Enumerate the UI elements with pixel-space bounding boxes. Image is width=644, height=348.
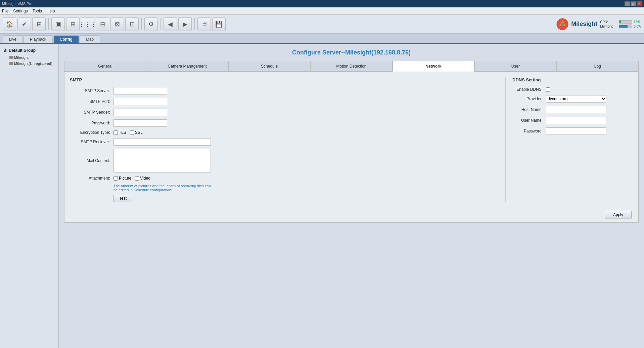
enable-ddns-label: Enable DDNS: — [512, 87, 546, 92]
tab-general[interactable]: General — [64, 61, 146, 71]
ssl-option: SSL — [130, 130, 143, 135]
password-row: Password: — [70, 119, 492, 127]
video-option: Video — [135, 176, 150, 181]
encryption-label: Encryption Type: — [70, 130, 113, 135]
mail-context-input[interactable] — [113, 149, 211, 172]
separator-4 — [194, 18, 195, 30]
smtp-server-input[interactable] — [113, 87, 167, 94]
sidebar-group-label: Default Group — [9, 48, 36, 53]
tab-log[interactable]: Log — [557, 61, 639, 71]
group-icon: 🖥 — [3, 48, 7, 53]
attachment-row: Attachment: Picture Video — [70, 176, 492, 181]
tab-camera-management[interactable]: Camera Management — [146, 61, 228, 71]
ssl-label: SSL — [135, 130, 143, 135]
close-button[interactable]: ✕ — [637, 1, 642, 6]
apply-button[interactable]: Apply — [605, 211, 632, 219]
ssl-checkbox[interactable] — [130, 130, 134, 135]
ddns-password-input[interactable] — [546, 127, 606, 135]
panel-body: SMTP SMTP Server: SMTP Port: SMTP Sender… — [64, 72, 638, 207]
title-bar: Milesight VMS Pro ─ □ ✕ — [0, 0, 644, 7]
cpu-fill — [619, 21, 621, 23]
grid-sm-button[interactable]: ⊞ — [32, 17, 46, 31]
ddns-password-row: Password: — [512, 127, 633, 135]
toolbar: 🏠 ✔ ⊞ ▣ ⊞ ⋮⋮⋮ ⊟ ⊠ ⊡ ⚙ ◀ ▶ 🖥 💾 Milesight … — [0, 15, 644, 34]
smtp-sender-label: SMTP Sender: — [70, 110, 113, 115]
main-layout: 🖥 Default Group Milesight Milesight(Unre… — [0, 44, 644, 348]
mail-context-label: Mail Context: — [70, 158, 113, 163]
enable-ddns-checkbox[interactable] — [546, 87, 550, 92]
content-area: Configure Server--Milesight(192.168.8.76… — [59, 44, 644, 348]
smtp-receiver-label: SMTP Reciever: — [70, 140, 113, 144]
tab-user[interactable]: User — [474, 61, 556, 71]
sidebar-item-milesight[interactable]: Milesight — [0, 54, 58, 61]
hostname-input[interactable] — [546, 106, 606, 113]
tls-option: TLS — [113, 130, 126, 135]
grid-16-button[interactable]: ⊟ — [96, 17, 109, 31]
smtp-port-label: SMTP Port: — [70, 99, 113, 104]
encryption-options: TLS SSL — [113, 130, 143, 135]
sidebar: 🖥 Default Group Milesight Milesight(Unre… — [0, 44, 59, 348]
maximize-button[interactable]: □ — [631, 1, 636, 6]
hostname-row: Host Name: — [512, 106, 633, 113]
smtp-section: SMTP SMTP Server: SMTP Port: SMTP Sender… — [70, 77, 498, 202]
attachment-label: Attachment: — [70, 176, 113, 181]
menu-help[interactable]: Help — [47, 9, 55, 13]
provider-label: Provider: — [512, 96, 546, 101]
cpu-bar — [619, 20, 632, 24]
smtp-port-input[interactable] — [113, 98, 167, 105]
username-input[interactable] — [546, 117, 606, 124]
grid-1-button[interactable]: ▣ — [51, 17, 65, 31]
minimize-button[interactable]: ─ — [625, 1, 630, 6]
smtp-receiver-row: SMTP Reciever: — [70, 138, 492, 146]
username-label: User Name: — [512, 118, 546, 123]
check-button[interactable]: ✔ — [17, 17, 31, 31]
tab-playback[interactable]: Playback — [24, 35, 53, 43]
back-button[interactable]: ◀ — [164, 17, 177, 31]
tab-motion-detection[interactable]: Motion Detection — [310, 61, 392, 71]
password-input[interactable] — [113, 119, 167, 127]
save-button[interactable]: 💾 — [212, 17, 226, 31]
tab-schedule[interactable]: Schedule — [228, 61, 310, 71]
tab-network[interactable]: Network — [393, 61, 474, 72]
tab-live[interactable]: Live — [3, 35, 23, 43]
grid-25-button[interactable]: ⊠ — [110, 17, 124, 31]
smtp-sender-input[interactable] — [113, 109, 167, 116]
tls-checkbox[interactable] — [113, 130, 118, 135]
cpu-value: 13% — [634, 20, 640, 24]
smtp-server-row: SMTP Server: — [70, 87, 492, 94]
hostname-label: Host Name: — [512, 107, 546, 112]
picture-option: Picture — [113, 176, 131, 181]
password-label: Password: — [70, 121, 113, 125]
smtp-port-row: SMTP Port: — [70, 98, 492, 105]
grid-4-button[interactable]: ⊞ — [66, 17, 80, 31]
config-tabs: General Camera Management Schedule Motio… — [64, 61, 639, 72]
home-button[interactable]: 🏠 — [3, 17, 16, 31]
smtp-receiver-input[interactable] — [113, 138, 211, 146]
test-button[interactable]: Test — [113, 195, 132, 202]
status-dot-2 — [9, 62, 13, 65]
menu-bar: File Settings Tools Help — [0, 7, 644, 15]
page-title: Configure Server--Milesight(192.168.8.76… — [64, 49, 639, 56]
provider-select[interactable]: dyndns.org no-ip.com changeip.com — [546, 95, 606, 103]
forward-button[interactable]: ▶ — [178, 17, 192, 31]
menu-file[interactable]: File — [2, 9, 8, 13]
sidebar-group-default: 🖥 Default Group — [0, 46, 58, 54]
video-checkbox[interactable] — [135, 176, 139, 181]
nav-tabs: Live Playback Config Map — [0, 34, 644, 44]
milesight-logo-icon — [556, 18, 568, 30]
display-button[interactable]: 🖥 — [197, 17, 211, 31]
smtp-sender-row: SMTP Sender: — [70, 109, 492, 116]
menu-settings[interactable]: Settings — [13, 9, 28, 13]
encryption-row: Encryption Type: TLS SSL — [70, 130, 492, 135]
tab-config[interactable]: Config — [53, 35, 79, 43]
status-dot-1 — [9, 56, 13, 59]
settings-button[interactable]: ⚙ — [144, 17, 158, 31]
grid-9-button[interactable]: ⋮⋮⋮ — [81, 17, 94, 31]
grid-36-button[interactable]: ⊡ — [125, 17, 139, 31]
menu-tools[interactable]: Tools — [33, 9, 42, 13]
sidebar-item-milesight-unreg[interactable]: Milesight(Unregistered) — [0, 61, 58, 67]
tab-map[interactable]: Map — [80, 35, 100, 43]
picture-checkbox[interactable] — [113, 176, 118, 181]
mem-bar — [619, 25, 632, 28]
system-stats: CPU: 13% Memory: 6.0% — [600, 20, 641, 28]
